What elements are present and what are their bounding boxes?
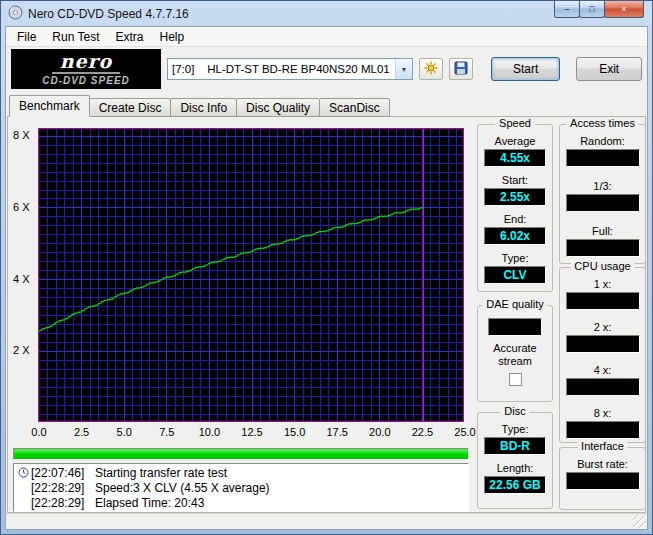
- cpu-8x-label: 8 x:: [560, 407, 645, 420]
- burst-rate-value: [566, 472, 640, 490]
- tab-scandisc[interactable]: ScanDisc: [319, 98, 390, 117]
- interface-group-title: Interface: [577, 440, 628, 452]
- speed-start: Start: 2.55x: [478, 174, 552, 206]
- menu-help[interactable]: Help: [152, 28, 193, 46]
- log-message: Elapsed Time: 20:43: [95, 496, 204, 510]
- title-bar[interactable]: Nero CD-DVD Speed 4.7.7.16 – □ ×: [1, 1, 652, 26]
- app-icon: [8, 5, 23, 23]
- disc-type: Type: BD-R: [478, 423, 552, 455]
- disc-length: Length: 22.56 GB: [478, 462, 552, 494]
- accurate-stream-label: Accurate stream: [478, 342, 552, 368]
- y-tick-label: 4 X: [13, 273, 37, 285]
- benchmark-plot: [38, 128, 464, 422]
- log-timestamp: [22:07:46]: [31, 466, 95, 480]
- save-button[interactable]: [449, 58, 473, 80]
- menu-file[interactable]: File: [9, 28, 44, 46]
- interface-group: Interface Burst rate:: [559, 447, 646, 510]
- cpu-usage-group-title: CPU usage: [570, 260, 634, 272]
- nero-product-text: CD-DVD SPEED: [42, 76, 130, 86]
- progress-bar: [13, 448, 469, 460]
- log-timestamp: [22:28:29]: [31, 496, 95, 510]
- x-tick-label: 15.0: [284, 426, 305, 438]
- disc-group: Disc Type: BD-R Length: 22.56 GB: [477, 412, 553, 509]
- chevron-down-icon: ▼: [395, 59, 412, 79]
- cpu-8x: 8 x:: [560, 407, 645, 439]
- dae-quality-value: [488, 318, 542, 336]
- speed-start-value: 2.55x: [484, 188, 546, 206]
- options-button[interactable]: [419, 58, 443, 80]
- cpu-2x-label: 2 x:: [560, 321, 645, 334]
- save-icon: [454, 61, 468, 78]
- status-bar: [6, 513, 647, 529]
- access-one-third-label: 1/3:: [560, 180, 645, 193]
- access-one-third: 1/3:: [560, 180, 645, 212]
- disc-type-value: BD-R: [484, 437, 546, 455]
- x-tick-label: 17.5: [326, 426, 347, 438]
- benchmark-tab-page: 2 X4 X6 X8 X0.02.55.07.510.012.515.017.5…: [7, 116, 646, 513]
- tab-benchmark[interactable]: Benchmark: [9, 95, 90, 117]
- dae-quality-group: DAE quality Accurate stream: [477, 305, 553, 402]
- log-timestamp: [22:28:29]: [31, 481, 95, 495]
- disc-group-title: Disc: [500, 405, 529, 417]
- close-button[interactable]: ×: [604, 1, 644, 18]
- tab-strip: Benchmark Create Disc Disc Info Disc Qua…: [9, 95, 389, 117]
- cpu-4x-label: 4 x:: [560, 364, 645, 377]
- x-tick-label: 0.0: [31, 426, 46, 438]
- y-tick-label: 8 X: [13, 129, 37, 141]
- cpu-2x-value: [566, 335, 640, 353]
- x-tick-label: 25.0: [454, 426, 475, 438]
- speed-group-title: Speed: [495, 117, 535, 129]
- x-tick-label: 5.0: [117, 426, 132, 438]
- window-body: File Run Test Extra Help nero CD-DVD SPE…: [5, 26, 648, 530]
- menu-extra[interactable]: Extra: [107, 28, 151, 46]
- y-tick-label: 2 X: [13, 344, 37, 356]
- cpu-8x-value: [566, 421, 640, 439]
- minimize-button[interactable]: –: [554, 1, 580, 18]
- options-icon: [424, 61, 438, 78]
- window-controls: – □ ×: [555, 1, 644, 18]
- tab-disc-info[interactable]: Disc Info: [170, 98, 237, 117]
- access-random-value: [566, 149, 640, 167]
- speed-group: Speed Average 4.55x Start: 2.55x End: 6.…: [477, 124, 553, 292]
- accurate-stream-checkbox[interactable]: [509, 373, 522, 386]
- drive-select-value: [7:0] HL-DT-ST BD-RE BP40NS20 ML01: [168, 63, 395, 75]
- access-full-value: [566, 239, 640, 257]
- window-title: Nero CD-DVD Speed 4.7.7.16: [28, 7, 189, 21]
- log-row: [22:07:46] Starting transfer rate test: [16, 465, 466, 480]
- maximize-button[interactable]: □: [579, 1, 605, 18]
- clock-icon: [16, 467, 31, 478]
- burst-rate-label: Burst rate:: [560, 458, 645, 471]
- cpu-usage-group: CPU usage 1 x: 2 x: 4 x: 8 x:: [559, 267, 646, 443]
- menu-bar: File Run Test Extra Help: [6, 27, 647, 47]
- x-tick-label: 7.5: [159, 426, 174, 438]
- speed-end: End: 6.02x: [478, 213, 552, 245]
- tab-create-disc[interactable]: Create Disc: [89, 98, 172, 117]
- speed-end-label: End:: [478, 213, 552, 226]
- chart-area: 2 X4 X6 X8 X0.02.55.07.510.012.515.017.5…: [8, 117, 472, 445]
- exit-button[interactable]: Exit: [576, 57, 642, 81]
- x-tick-label: 10.0: [199, 426, 220, 438]
- progress-fill: [14, 449, 468, 459]
- menu-run-test[interactable]: Run Test: [44, 28, 107, 46]
- tab-disc-quality[interactable]: Disc Quality: [236, 98, 320, 117]
- cpu-2x: 2 x:: [560, 321, 645, 353]
- access-full: Full:: [560, 225, 645, 257]
- nero-logo: nero CD-DVD SPEED: [11, 49, 161, 89]
- resize-grip[interactable]: [633, 515, 646, 528]
- speed-type-value: CLV: [484, 266, 546, 284]
- speed-end-value: 6.02x: [484, 227, 546, 245]
- log-row: [22:28:29] Elapsed Time: 20:43: [16, 495, 466, 510]
- burst-rate: Burst rate:: [560, 458, 645, 490]
- access-times-group: Access times Random: 1/3: Full:: [559, 124, 646, 264]
- access-full-label: Full:: [560, 225, 645, 238]
- drive-select[interactable]: [7:0] HL-DT-ST BD-RE BP40NS20 ML01 ▼: [167, 58, 413, 80]
- log-list: [22:07:46] Starting transfer rate test […: [13, 463, 469, 512]
- cpu-1x: 1 x:: [560, 278, 645, 310]
- log-row: [22:28:29] Speed:3 X CLV (4.55 X average…: [16, 480, 466, 495]
- nero-brand-text: nero: [52, 52, 121, 74]
- speed-average: Average 4.55x: [478, 135, 552, 167]
- cpu-4x-value: [566, 378, 640, 396]
- start-button[interactable]: Start: [491, 57, 561, 81]
- x-tick-label: 20.0: [369, 426, 390, 438]
- speed-type: Type: CLV: [478, 252, 552, 284]
